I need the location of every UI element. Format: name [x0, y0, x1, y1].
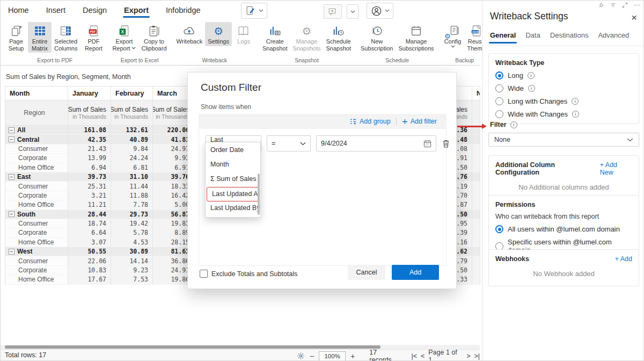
copy-to-clipboard-button[interactable]: Copy to Clipboard	[138, 22, 169, 53]
info-icon[interactable]: i	[528, 72, 535, 79]
corner-header-cell[interactable]: Month	[5, 86, 68, 100]
row-header-cell[interactable]: Home Office	[5, 163, 68, 172]
value-cell[interactable]: 7.53	[111, 275, 153, 284]
row-header-cell[interactable]: −All	[5, 126, 68, 135]
value-cell[interactable]: 31.10	[111, 172, 153, 182]
row-header-cell[interactable]: Home Office	[5, 275, 68, 284]
region-header-cell[interactable]: Region	[5, 100, 68, 126]
dropdown-item[interactable]: Last Updated At	[207, 187, 259, 201]
value-cell[interactable]: 17.67	[68, 275, 111, 284]
add-new-link[interactable]: + Add New	[600, 161, 632, 176]
value-cell[interactable]: 5.78	[111, 228, 153, 237]
value-cell[interactable]: 18.74	[68, 219, 111, 228]
partial-month-header-cell[interactable]: N	[472, 86, 480, 100]
value-cell[interactable]: 6.94	[68, 163, 111, 172]
row-header-cell[interactable]: Consumer	[5, 145, 68, 154]
month-header-cell[interactable]: February	[111, 86, 153, 100]
add-button[interactable]: Add	[392, 265, 439, 280]
add-filter-link[interactable]: Add filter	[397, 118, 442, 125]
selected-columns-button[interactable]: Selected Columns	[52, 22, 80, 53]
horizontal-scrollbar[interactable]	[1, 345, 480, 349]
value-cell[interactable]: 25.31	[68, 182, 111, 191]
manage-snapshots-button[interactable]: ⚙ Manage Snapshots	[290, 22, 323, 53]
info-icon[interactable]: i	[510, 121, 517, 128]
row-header-cell[interactable]: −South	[5, 210, 68, 219]
filter-date-input[interactable]	[321, 140, 412, 147]
dropdown-item[interactable]: Σ Sum of Sales	[206, 172, 260, 187]
focus-mode-icon[interactable]	[622, 2, 628, 8]
account-button[interactable]	[367, 3, 393, 19]
prev-page-icon[interactable]: <	[421, 352, 425, 360]
radio-option[interactable]: Long with Changesi	[495, 97, 632, 105]
value-cell[interactable]: 3.07	[68, 238, 111, 247]
value-cell[interactable]: 42.35	[68, 135, 111, 144]
page-setup-button[interactable]: Page Setup	[4, 22, 28, 53]
dropdown-item[interactable]: Last Updated By	[206, 201, 260, 216]
value-cell[interactable]: 132.61	[111, 126, 153, 135]
value-cell[interactable]: 11.21	[68, 200, 111, 210]
radio-option[interactable]: All users within @lumel.com domain	[495, 225, 632, 233]
value-cell[interactable]: 11.88	[111, 191, 153, 200]
filter-lines-icon[interactable]	[610, 2, 616, 8]
tab-export[interactable]: Export	[123, 2, 150, 19]
calendar-icon[interactable]	[423, 140, 431, 148]
exclude-totals-checkbox[interactable]: Exclude Totals and Subtotals	[200, 270, 297, 278]
add-group-link[interactable]: Add group	[345, 118, 396, 125]
manage-subscriptions-button[interactable]: Manage Subscriptions	[396, 22, 436, 53]
new-subscription-button[interactable]: New Subscription	[358, 22, 396, 53]
value-cell[interactable]: 19.42	[111, 219, 153, 228]
tab-destinations[interactable]: Destinations	[550, 31, 589, 44]
export-report-button[interactable]: X Export Report	[109, 22, 138, 53]
create-snapshot-button[interactable]: Create Snapshot	[260, 22, 290, 53]
value-cell[interactable]: 9.23	[111, 266, 153, 275]
value-cell[interactable]: 10.83	[68, 266, 111, 275]
tab-advanced[interactable]: Advanced	[598, 31, 629, 44]
filter-dropdown[interactable]: None	[488, 133, 639, 147]
value-cell[interactable]: 13.99	[68, 154, 111, 163]
value-cell[interactable]: 28.44	[68, 210, 111, 219]
value-cell[interactable]: 4.53	[111, 238, 153, 247]
row-header-cell[interactable]: Home Office	[5, 200, 68, 210]
value-cell[interactable]: 21.43	[68, 145, 111, 154]
radio-option[interactable]: Longi	[495, 71, 632, 80]
measure-header-cell[interactable]: Sum of Salesin Thousands	[68, 100, 111, 126]
tab-data[interactable]: Data	[525, 31, 540, 44]
row-header-cell[interactable]: −East	[5, 172, 68, 182]
dropdown-scrollbar[interactable]	[258, 174, 260, 215]
value-cell[interactable]: 24.24	[111, 154, 153, 163]
writeback-settings-button[interactable]: ⚙ Settings	[205, 22, 232, 46]
tab-insert[interactable]: Insert	[45, 2, 67, 19]
row-header-cell[interactable]: Consumer	[5, 182, 68, 191]
scrollbar-thumb[interactable]	[5, 345, 380, 349]
add-comment-button[interactable]	[324, 4, 342, 19]
edit-mode-button[interactable]	[241, 3, 267, 19]
radio-option[interactable]: Wide with Changesi	[495, 110, 632, 118]
pin-icon[interactable]	[598, 2, 604, 8]
next-page-icon[interactable]: >	[466, 352, 470, 360]
pdf-report-button[interactable]: PDF PDF Report	[82, 22, 105, 53]
logs-button[interactable]: Logs	[232, 22, 255, 46]
row-header-cell[interactable]: Corporate	[5, 154, 68, 163]
tab-home[interactable]: Home	[7, 2, 30, 19]
config-button[interactable]: ⚙ Config	[441, 22, 465, 49]
measure-header-cell[interactable]: Sum of Salesin Thousands	[111, 100, 153, 126]
delete-filter-icon[interactable]	[442, 139, 450, 148]
value-cell[interactable]: 50.55	[68, 247, 111, 256]
value-cell[interactable]: 161.08	[68, 126, 111, 135]
webhooks-add-link[interactable]: + Add	[615, 255, 632, 263]
tab-design[interactable]: Design	[82, 2, 108, 19]
more-options-icon[interactable]	[634, 2, 640, 8]
collapse-toggle-icon[interactable]: −	[9, 249, 14, 255]
info-icon[interactable]: i	[572, 111, 579, 118]
last-page-icon[interactable]: >|	[474, 352, 480, 360]
value-cell[interactable]: 6.64	[68, 228, 111, 237]
info-icon[interactable]: i	[572, 98, 579, 105]
value-cell[interactable]: 14.14	[111, 256, 153, 265]
dropdown-item[interactable]: Month	[206, 158, 260, 172]
close-icon[interactable]: ×	[631, 12, 637, 23]
value-cell[interactable]: 6.81	[111, 163, 153, 172]
value-cell[interactable]: 39.73	[68, 172, 111, 182]
entire-matrix-button[interactable]: Entire Matrix	[28, 22, 52, 53]
tab-general[interactable]: General	[490, 31, 516, 44]
row-header-cell[interactable]: Corporate	[5, 191, 68, 200]
